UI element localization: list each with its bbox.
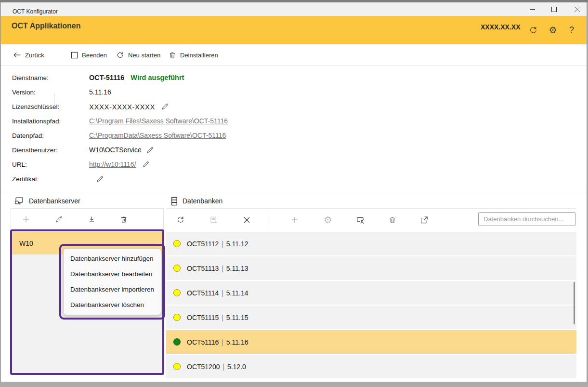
status-yellow-icon [173, 363, 181, 370]
database-row[interactable]: OCT51114 | 5.11.14 [166, 281, 576, 305]
status-yellow-icon [173, 314, 181, 321]
stop-label: Beenden [82, 52, 107, 59]
edit-server-icon[interactable] [51, 212, 66, 227]
status-yellow-icon [173, 240, 181, 247]
assign-user-icon[interactable] [353, 212, 368, 227]
menu-item-edit-server[interactable]: Datenbankserver bearbeiten [64, 266, 161, 281]
detail-label: Zertifikat: [12, 175, 89, 183]
back-button[interactable]: Zurück [13, 44, 44, 66]
server-monitor-icon [14, 197, 24, 205]
window-border-bottom[interactable] [0, 382, 588, 387]
minimize-button[interactable] [524, 2, 540, 16]
status-yellow-icon [173, 265, 181, 272]
menu-item-import-server[interactable]: Datenbankserver importieren [64, 281, 161, 297]
left-panel-title: Datenbankserver [29, 197, 80, 205]
detail-label: Lizenzschlüssel: [12, 103, 89, 110]
app-window: OCT Konfigurator OCT Applikationen XXXX.… [0, 0, 588, 387]
edit-service-user-icon[interactable] [144, 144, 156, 156]
page-title: OCT Applikationen [12, 22, 80, 30]
status-yellow-icon [173, 289, 181, 296]
version-value: 5.11.16 [89, 88, 111, 96]
detail-label: Version: [12, 89, 89, 96]
service-user-value: W10\OCTService [89, 146, 142, 154]
search-input[interactable] [478, 212, 575, 226]
install-path-link[interactable]: C:\Program Files\Saxess Software\OCT-511… [89, 117, 228, 125]
add-server-icon[interactable] [18, 212, 34, 227]
right-panel-title: Datenbanken [183, 197, 222, 205]
edit-license-icon[interactable] [159, 101, 170, 112]
left-panel-header: Datenbankserver [14, 194, 80, 208]
data-path-link[interactable]: C:\ProgramData\Saxess Software\OCT-51116 [89, 132, 226, 139]
edit-url-icon[interactable] [140, 159, 152, 170]
detail-row-installationspfad: Installationspfad: C:\Program Files\Saxe… [12, 114, 228, 128]
back-arrow-icon [13, 52, 21, 58]
create-template-db-icon[interactable] [206, 212, 221, 227]
license-key-value: XXXX-XXXX-XXXX [89, 103, 155, 111]
restart-service-button[interactable]: Neu starten [116, 44, 160, 66]
command-bar: Zurück Beenden Neu starten Deinstalliere… [1, 44, 587, 66]
section-divider [1, 192, 587, 192]
detail-label: Installationspfad: [12, 118, 89, 125]
stop-service-button[interactable]: Beenden [71, 44, 107, 66]
server-name: W10 [19, 240, 33, 247]
vertical-scrollbar-thumb[interactable] [574, 282, 575, 324]
service-status-badge: Wird ausgeführt [125, 74, 184, 81]
refresh-databases-icon[interactable] [173, 212, 188, 227]
database-row[interactable]: OCT51115 | 5.11.15 [166, 306, 576, 329]
uninstall-label: Deinstallieren [180, 52, 218, 59]
detail-row-zertifikat: Zertifikat: [12, 172, 105, 186]
restart-icon [116, 51, 124, 59]
cancel-icon[interactable] [239, 212, 254, 227]
service-name-value: OCT-51116 [89, 74, 124, 81]
delete-server-icon[interactable] [116, 212, 131, 227]
database-settings-icon[interactable]: ⚙ [320, 212, 336, 227]
service-url-link[interactable]: http://w10:1116/ [89, 160, 136, 168]
server-context-menu: Datenbankserver hinzufügen Datenbankserv… [63, 248, 161, 315]
detail-label: Dienstbenutzer: [12, 147, 89, 154]
detail-label: URL: [12, 161, 89, 168]
back-label: Zurück [25, 52, 44, 59]
status-green-icon [173, 338, 181, 346]
restart-label: Neu starten [128, 52, 160, 59]
trash-icon [169, 51, 176, 59]
database-label: OCT51112 | 5.11.12 [186, 240, 248, 248]
detail-row-dienstbenutzer: Dienstbenutzer: W10\OCTService [12, 143, 156, 157]
detail-row-version: Version: 5.11.16 [12, 85, 111, 99]
close-button[interactable] [569, 2, 585, 16]
database-rack-icon [171, 197, 178, 206]
detail-row-url: URL: http://w10:1116/ [12, 158, 152, 171]
detail-label: Dienstname: [12, 74, 89, 81]
maximize-button[interactable] [546, 2, 562, 16]
help-icon[interactable]: ? [564, 23, 579, 37]
import-server-icon[interactable] [84, 212, 99, 227]
share-export-icon[interactable] [416, 212, 431, 227]
edit-certificate-icon[interactable] [94, 173, 105, 185]
database-label: OCT51113 | 5.11.13 [186, 265, 248, 272]
toolbar-separator [269, 214, 269, 226]
database-row-selected[interactable]: OCT51116 | 5.11.16 [166, 330, 576, 354]
detail-row-lizenzschluessel: Lizenzschlüssel: XXXX-XXXX-XXXX [12, 100, 170, 113]
window-title: OCT Konfigurator [13, 8, 58, 15]
detail-row-dienstname: Dienstname: OCT-51116 Wird ausgeführt [12, 71, 184, 84]
database-row[interactable]: OCT51113 | 5.11.13 [166, 256, 576, 280]
detail-label: Datenpfad: [12, 132, 89, 139]
database-label: OCT51114 | 5.11.14 [186, 289, 248, 297]
database-row[interactable]: OCT51112 | 5.11.12 [166, 232, 576, 255]
refresh-icon[interactable] [526, 23, 540, 37]
database-label: OCT51200 | 5.12.0 [186, 363, 246, 371]
gear-icon[interactable]: ⚙ [546, 23, 560, 37]
uninstall-button[interactable]: Deinstallieren [169, 44, 218, 66]
stop-square-icon [71, 52, 78, 59]
menu-item-delete-server[interactable]: Datenbankserver löschen [64, 297, 161, 312]
add-database-icon[interactable] [287, 212, 302, 227]
right-panel-header: Datenbanken [171, 194, 222, 208]
delete-database-icon[interactable] [385, 212, 400, 227]
database-label: OCT51116 | 5.11.16 [186, 338, 248, 346]
menu-item-add-server[interactable]: Datenbankserver hinzufügen [64, 251, 161, 266]
version-placeholder-text: XXXX.XX.XX [481, 23, 520, 31]
database-row[interactable]: OCT51200 | 5.12.0 [166, 355, 576, 378]
database-label: OCT51115 | 5.11.15 [186, 314, 248, 321]
title-bar: OCT Konfigurator [1, 2, 587, 16]
detail-row-datenpfad: Datenpfad: C:\ProgramData\Saxess Softwar… [12, 129, 226, 142]
